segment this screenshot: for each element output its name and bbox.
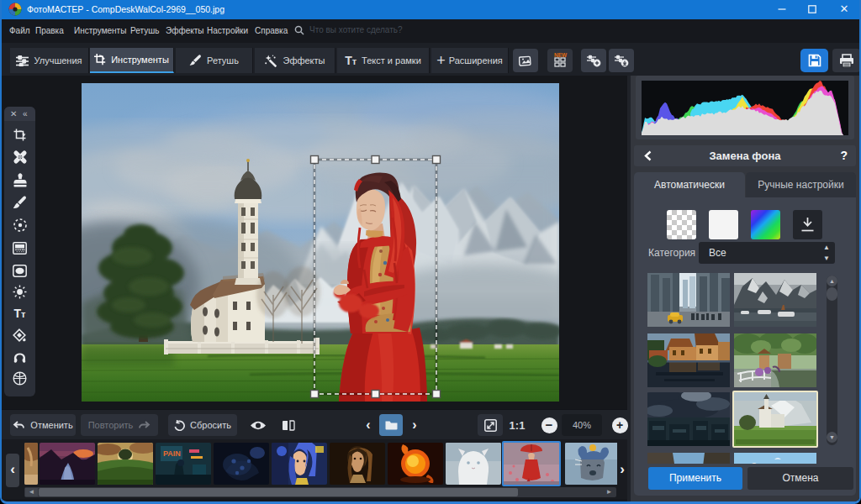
svg-text:PAIN: PAIN: [163, 449, 181, 458]
svg-text:NEW: NEW: [554, 53, 568, 58]
